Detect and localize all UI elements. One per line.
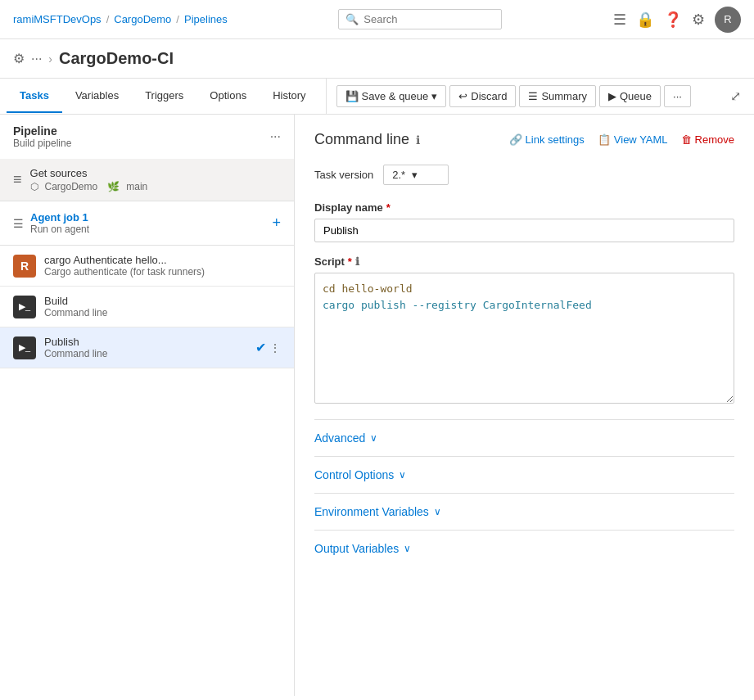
- build-icon: ▶_: [13, 296, 36, 318]
- lock-icon[interactable]: 🔒: [636, 11, 654, 29]
- page-title: CargoDemo-CI: [59, 49, 174, 68]
- summary-icon: ☰: [528, 90, 538, 102]
- pipeline-info: Pipeline Build pipeline: [13, 124, 71, 149]
- agent-job-text: Agent job 1 Run on agent: [30, 211, 89, 235]
- control-options-label: Control Options: [314, 468, 394, 481]
- link-settings-label: Link settings: [526, 133, 585, 146]
- expand-icon: ⤢: [730, 88, 741, 104]
- pipeline-header: Pipeline Build pipeline ···: [0, 115, 294, 159]
- build-info: Build Command line: [44, 295, 281, 318]
- queue-label: Queue: [620, 90, 652, 102]
- breadcrumb-org[interactable]: ramiMSFTDevOps: [13, 13, 102, 25]
- task-item-publish[interactable]: ▶_ Publish Command line ✔ ⋮: [0, 327, 294, 368]
- agent-job-subtitle: Run on agent: [30, 224, 89, 235]
- cargo-auth-subtitle: Cargo authenticate (for task runners): [44, 266, 281, 278]
- remove-button[interactable]: 🗑 Remove: [681, 133, 734, 146]
- help-icon[interactable]: ❓: [664, 11, 682, 29]
- output-variables-section[interactable]: Output Variables ∨: [314, 530, 734, 567]
- save-queue-button[interactable]: 💾 Save & queue ▾: [336, 85, 447, 107]
- environment-variables-label: Environment Variables: [314, 505, 429, 518]
- version-select[interactable]: 2.* ▾: [383, 165, 449, 185]
- tab-section: Tasks Variables Triggers Options History: [0, 79, 326, 113]
- summary-button[interactable]: ☰ Summary: [519, 85, 596, 107]
- advanced-chevron: ∨: [370, 432, 377, 444]
- display-name-required: *: [386, 201, 391, 214]
- repo-icon: ⬡: [30, 181, 38, 192]
- control-options-section[interactable]: Control Options ∨: [314, 456, 734, 493]
- toolbar-section: 💾 Save & queue ▾ ↩ Discard ☰ Summary ▶ Q…: [326, 79, 754, 114]
- tab-history[interactable]: History: [260, 79, 318, 113]
- output-variables-label: Output Variables: [314, 542, 399, 555]
- get-sources-label: Get sources: [30, 167, 148, 179]
- branch-name: main: [126, 181, 147, 192]
- version-chevron: ▾: [412, 169, 418, 181]
- tab-triggers[interactable]: Triggers: [132, 79, 196, 113]
- expand-button[interactable]: ⤢: [727, 85, 744, 107]
- tab-options[interactable]: Options: [196, 79, 260, 113]
- command-line-title: Command line ℹ: [314, 131, 420, 148]
- tab-tasks[interactable]: Tasks: [7, 79, 62, 113]
- version-value: 2.*: [392, 169, 405, 181]
- link-icon: 🔗: [509, 133, 522, 146]
- script-label: Script * ℹ: [314, 255, 734, 268]
- environment-variables-chevron: ∨: [434, 506, 441, 517]
- yaml-icon: 📋: [598, 133, 611, 146]
- search-box[interactable]: 🔍: [338, 9, 502, 29]
- more-options-button[interactable]: ···: [664, 85, 691, 107]
- cargo-auth-icon: R: [13, 255, 36, 278]
- task-item-cargo-auth[interactable]: R cargo Authenticate hello... Cargo auth…: [0, 246, 294, 287]
- discard-label: Discard: [471, 90, 507, 102]
- save-queue-label: Save & queue: [362, 90, 429, 102]
- build-title: Build: [44, 295, 281, 307]
- breadcrumb: ramiMSFTDevOps / CargoDemo / Pipelines: [13, 13, 228, 25]
- display-name-label: Display name *: [314, 201, 734, 214]
- search-input[interactable]: [363, 13, 494, 25]
- collapsible-sections: Advanced ∨ Control Options ∨ Environment…: [314, 419, 734, 567]
- list-icon[interactable]: ☰: [613, 11, 626, 29]
- agent-job-title[interactable]: Agent job 1: [30, 211, 89, 224]
- tab-variables[interactable]: Variables: [62, 79, 132, 113]
- command-line-header: Command line ℹ 🔗 Link settings 📋 View YA…: [314, 131, 734, 148]
- breadcrumb-sep-1: /: [106, 13, 110, 25]
- top-nav: ramiMSFTDevOps / CargoDemo / Pipelines 🔍…: [0, 0, 754, 39]
- main-layout: Pipeline Build pipeline ··· ≡ Get source…: [0, 115, 754, 696]
- queue-button[interactable]: ▶ Queue: [599, 85, 661, 107]
- script-required: *: [348, 255, 352, 268]
- info-icon[interactable]: ℹ: [416, 133, 420, 147]
- display-name-group: Display name *: [314, 201, 734, 242]
- pipeline-subtitle: Build pipeline: [13, 138, 71, 149]
- display-name-input[interactable]: [314, 219, 734, 242]
- script-info-icon[interactable]: ℹ: [355, 255, 359, 268]
- advanced-section[interactable]: Advanced ∨: [314, 419, 734, 456]
- view-yaml-button[interactable]: 📋 View YAML: [598, 133, 668, 146]
- discard-button[interactable]: ↩ Discard: [449, 85, 516, 107]
- avatar[interactable]: R: [715, 7, 741, 33]
- publish-subtitle: Command line: [44, 348, 247, 359]
- publish-more-icon[interactable]: ⋮: [269, 341, 281, 355]
- save-icon: 💾: [345, 90, 359, 102]
- script-editor[interactable]: [314, 273, 734, 404]
- breadcrumb-project[interactable]: CargoDemo: [114, 13, 171, 25]
- save-queue-chevron: ▾: [431, 90, 437, 102]
- environment-variables-section[interactable]: Environment Variables ∨: [314, 493, 734, 530]
- chevron-right-icon: ›: [48, 52, 52, 65]
- nav-icons: ☰ 🔒 ❓ ⚙ R: [613, 7, 741, 33]
- page-header: ⚙ ··· › CargoDemo-CI: [0, 39, 754, 79]
- get-sources-details: Get sources ⬡ CargoDemo 🌿 main: [30, 167, 148, 192]
- user-settings-icon[interactable]: ⚙: [692, 11, 705, 29]
- breadcrumb-pipelines[interactable]: Pipelines: [184, 13, 228, 25]
- link-settings-button[interactable]: 🔗 Link settings: [509, 133, 585, 146]
- remove-label: Remove: [695, 133, 734, 146]
- task-version-label: Task version: [314, 169, 373, 181]
- get-sources[interactable]: ≡ Get sources ⬡ CargoDemo 🌿 main: [0, 159, 294, 201]
- discard-icon: ↩: [458, 90, 467, 102]
- get-sources-meta: ⬡ CargoDemo 🌿 main: [30, 181, 148, 192]
- publish-task-actions: ✔ ⋮: [255, 340, 281, 355]
- pipeline-more-icon[interactable]: ···: [270, 129, 281, 144]
- breadcrumb-sep-2: /: [176, 13, 179, 25]
- task-list: R cargo Authenticate hello... Cargo auth…: [0, 246, 294, 368]
- add-task-button[interactable]: +: [272, 215, 281, 232]
- task-item-build[interactable]: ▶_ Build Command line: [0, 287, 294, 327]
- more-icon-header[interactable]: ···: [31, 52, 42, 66]
- more-dots-icon: ···: [673, 90, 682, 102]
